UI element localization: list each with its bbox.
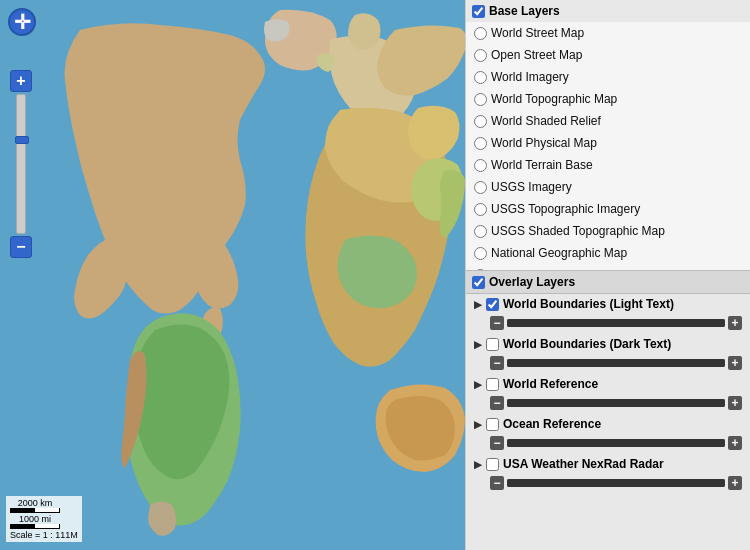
- base-layer-radio[interactable]: [474, 137, 487, 150]
- expand-arrow-icon: ▶: [474, 339, 482, 350]
- opacity-decrease-button[interactable]: −: [490, 396, 504, 410]
- overlay-layer-item[interactable]: ▶USA Weather NexRad Radar: [466, 454, 750, 474]
- overlay-layer-wrapper: ▶World Boundaries (Light Text)−+: [466, 294, 750, 334]
- base-layer-item[interactable]: USGS Shaded Topographic Map: [466, 220, 750, 242]
- base-layer-item[interactable]: World Terrain Base: [466, 154, 750, 176]
- overlay-layer-controls: −+: [466, 434, 750, 454]
- opacity-increase-button[interactable]: +: [728, 356, 742, 370]
- base-layer-label: World Topographic Map: [491, 90, 617, 108]
- zoom-slider-track[interactable]: [16, 94, 26, 234]
- pan-control[interactable]: ✛: [8, 8, 36, 36]
- base-layers-list[interactable]: World Street MapOpen Street MapWorld Ima…: [466, 22, 750, 270]
- overlay-layer-controls: −+: [466, 314, 750, 334]
- overlay-layer-item[interactable]: ▶World Boundaries (Light Text): [466, 294, 750, 314]
- base-layer-label: World Terrain Base: [491, 156, 593, 174]
- base-layer-label: USGS Shaded Topographic Map: [491, 222, 665, 240]
- base-layer-item[interactable]: World Physical Map: [466, 132, 750, 154]
- zoom-out-button[interactable]: −: [10, 236, 32, 258]
- nav-control: ✛: [8, 8, 36, 36]
- opacity-increase-button[interactable]: +: [728, 316, 742, 330]
- overlay-layer-wrapper: ▶USA Weather NexRad Radar−+: [466, 454, 750, 494]
- zoom-in-button[interactable]: +: [10, 70, 32, 92]
- overlay-layer-checkbox[interactable]: [486, 458, 499, 471]
- overlay-layer-label: USA Weather NexRad Radar: [503, 457, 664, 471]
- expand-arrow-icon: ▶: [474, 299, 482, 310]
- base-layer-label: USGS Topographic Imagery: [491, 200, 640, 218]
- base-layer-item[interactable]: World Topographic Map: [466, 88, 750, 110]
- base-layer-item[interactable]: World Shaded Relief: [466, 110, 750, 132]
- base-layer-item[interactable]: World Street Map: [466, 22, 750, 44]
- overlay-layer-checkbox[interactable]: [486, 338, 499, 351]
- base-layers-header: Base Layers: [466, 0, 750, 22]
- overlay-layer-controls: −+: [466, 394, 750, 414]
- map-canvas[interactable]: ✛ + − 2000 km 1000 mi: [0, 0, 465, 550]
- scale-bar: 2000 km 1000 mi Scale = 1 : 111M: [6, 496, 82, 542]
- overlay-layer-label: World Reference: [503, 377, 598, 391]
- overlay-layer-item[interactable]: ▶Ocean Reference: [466, 414, 750, 434]
- opacity-slider-track[interactable]: [507, 479, 725, 487]
- opacity-decrease-button[interactable]: −: [490, 356, 504, 370]
- overlay-layer-controls: −+: [466, 474, 750, 494]
- overlay-layer-checkbox[interactable]: [486, 298, 499, 311]
- layers-panel: Base Layers World Street MapOpen Street …: [465, 0, 750, 550]
- base-layer-radio[interactable]: [474, 27, 487, 40]
- overlay-layer-wrapper: ▶World Boundaries (Dark Text)−+: [466, 334, 750, 374]
- base-layer-label: Open Street Map: [491, 46, 582, 64]
- opacity-increase-button[interactable]: +: [728, 396, 742, 410]
- base-layer-label: World Imagery: [491, 68, 569, 86]
- base-layer-label: USGS Imagery: [491, 178, 572, 196]
- overlay-layers-list[interactable]: ▶World Boundaries (Light Text)−+▶World B…: [466, 294, 750, 494]
- base-layer-label: World Physical Map: [491, 134, 597, 152]
- opacity-increase-button[interactable]: +: [728, 476, 742, 490]
- opacity-slider-track[interactable]: [507, 319, 725, 327]
- base-layers-checkbox[interactable]: [472, 5, 485, 18]
- base-layer-radio[interactable]: [474, 225, 487, 238]
- overlay-layers-header: Overlay Layers: [466, 270, 750, 294]
- base-layer-radio[interactable]: [474, 247, 487, 260]
- opacity-decrease-button[interactable]: −: [490, 316, 504, 330]
- overlay-layer-checkbox[interactable]: [486, 378, 499, 391]
- base-layer-radio[interactable]: [474, 115, 487, 128]
- base-layer-radio[interactable]: [474, 49, 487, 62]
- overlay-layer-wrapper: ▶Ocean Reference−+: [466, 414, 750, 454]
- overlay-layer-controls: −+: [466, 354, 750, 374]
- overlay-layer-label: World Boundaries (Light Text): [503, 297, 674, 311]
- opacity-slider-track[interactable]: [507, 439, 725, 447]
- overlay-layer-label: World Boundaries (Dark Text): [503, 337, 671, 351]
- expand-arrow-icon: ▶: [474, 459, 482, 470]
- expand-arrow-icon: ▶: [474, 379, 482, 390]
- scale-line: 2000 km 1000 mi Scale = 1 : 111M: [10, 498, 78, 540]
- base-layer-item[interactable]: USGS Topographic Imagery: [466, 198, 750, 220]
- base-layer-radio[interactable]: [474, 159, 487, 172]
- scale-label-mi: 1000 mi: [19, 514, 51, 524]
- zoom-slider-thumb[interactable]: [15, 136, 29, 144]
- base-layer-label: National Geographic Map: [491, 244, 627, 262]
- base-layer-item[interactable]: National Geographic Map: [466, 242, 750, 264]
- overlay-layer-label: Ocean Reference: [503, 417, 601, 431]
- zoom-control: + −: [10, 70, 32, 258]
- base-layer-radio[interactable]: [474, 203, 487, 216]
- opacity-decrease-button[interactable]: −: [490, 436, 504, 450]
- scale-label-km: 2000 km: [18, 498, 53, 508]
- base-layer-radio[interactable]: [474, 181, 487, 194]
- base-layer-item[interactable]: Open Street Map: [466, 44, 750, 66]
- overlay-layer-checkbox[interactable]: [486, 418, 499, 431]
- overlay-layer-item[interactable]: ▶World Reference: [466, 374, 750, 394]
- base-layer-item[interactable]: USGS Imagery: [466, 176, 750, 198]
- expand-arrow-icon: ▶: [474, 419, 482, 430]
- overlay-layers-title: Overlay Layers: [489, 275, 575, 289]
- base-layer-radio[interactable]: [474, 93, 487, 106]
- overlay-layer-item[interactable]: ▶World Boundaries (Dark Text): [466, 334, 750, 354]
- overlay-layer-wrapper: ▶World Reference−+: [466, 374, 750, 414]
- base-layer-item[interactable]: World Imagery: [466, 66, 750, 88]
- opacity-slider-track[interactable]: [507, 399, 725, 407]
- base-layer-label: World Street Map: [491, 24, 584, 42]
- opacity-slider-track[interactable]: [507, 359, 725, 367]
- opacity-decrease-button[interactable]: −: [490, 476, 504, 490]
- scale-ratio: Scale = 1 : 111M: [10, 530, 78, 540]
- opacity-increase-button[interactable]: +: [728, 436, 742, 450]
- base-layer-radio[interactable]: [474, 71, 487, 84]
- base-layer-label: World Shaded Relief: [491, 112, 601, 130]
- overlay-layers-checkbox[interactable]: [472, 276, 485, 289]
- base-layers-title: Base Layers: [489, 4, 560, 18]
